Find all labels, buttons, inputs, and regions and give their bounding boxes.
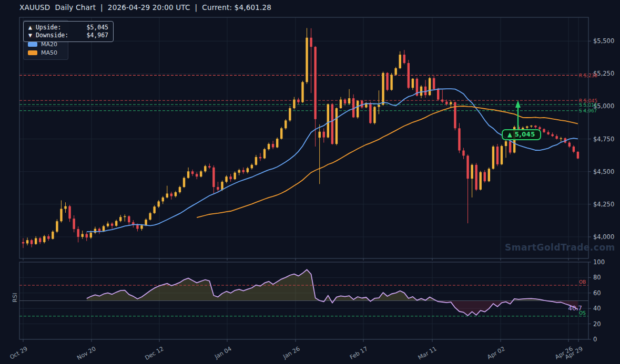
candle-bearish — [331, 105, 333, 144]
signal-tooltip: ▲ Upside:$5,045 ▼ Downside:$4,967 — [23, 21, 114, 42]
candle-bullish — [52, 232, 54, 239]
candle-bullish — [238, 170, 240, 173]
candle-bullish — [157, 201, 159, 206]
downside-label: ▼ Downside: — [28, 32, 68, 39]
candle-bearish — [111, 224, 113, 226]
rsi-tick-label: 60 — [593, 289, 601, 297]
candle-bullish — [327, 105, 329, 138]
candle-bullish — [82, 234, 84, 237]
candle-bearish — [128, 216, 130, 222]
upside-text: Upside: — [36, 24, 61, 31]
candle-bullish — [119, 217, 121, 221]
x-tick-label: Jan 04 — [213, 345, 232, 360]
candle-bearish — [547, 132, 549, 134]
candle-bullish — [200, 171, 202, 176]
candle-bullish — [319, 132, 321, 138]
candle-bullish — [94, 229, 96, 233]
candle-bearish — [297, 100, 299, 102]
candle-bullish — [501, 146, 503, 164]
candle-bullish — [233, 173, 236, 179]
candle-bullish — [35, 238, 37, 244]
candle-bullish — [276, 139, 278, 147]
candle-bullish — [43, 236, 45, 242]
x-tick-label: Dec 12 — [144, 345, 165, 361]
candle-bearish — [31, 240, 33, 244]
candle-bearish — [314, 47, 316, 119]
candle-bearish — [445, 102, 448, 105]
x-tick-label: Nov 20 — [76, 345, 97, 361]
candle-bullish — [60, 209, 62, 222]
candle-bearish — [577, 152, 579, 159]
chart-window: XAUUSD Daily Chart | 2026-04-29 20:00 UT… — [0, 0, 620, 364]
upside-label: ▲ Upside: — [28, 24, 61, 32]
downside-row: ▼ Downside:$4,967 — [28, 32, 108, 39]
x-tick-label: Feb 17 — [349, 345, 369, 361]
candle-bullish — [64, 206, 66, 209]
candle-bearish — [543, 129, 545, 132]
candle-bullish — [247, 168, 249, 172]
candle-bearish — [170, 193, 172, 196]
candle-bearish — [136, 225, 138, 228]
candle-bullish — [103, 226, 105, 231]
candle-bullish — [263, 149, 266, 158]
candle-bullish — [179, 187, 181, 192]
candle-bearish — [323, 132, 325, 138]
candle-bullish — [340, 100, 342, 108]
candle-bearish — [229, 176, 231, 179]
rsi-tick-label: 100 — [593, 258, 605, 266]
candle-bullish — [225, 176, 227, 182]
candle-bullish — [187, 171, 189, 178]
price-tick-label: $5,500 — [593, 37, 614, 45]
candle-bearish — [68, 206, 70, 219]
candle-bullish — [450, 102, 452, 105]
candle-bullish — [289, 108, 291, 120]
downside-value: $4,967 — [86, 32, 108, 39]
candle-bearish — [534, 126, 536, 127]
candle-bearish — [437, 89, 439, 100]
candle-bearish — [73, 219, 75, 229]
candle-bearish — [403, 55, 405, 63]
price-tick-label: $4,250 — [593, 201, 614, 208]
candle-bearish — [47, 236, 49, 239]
candle-bearish — [555, 136, 557, 139]
candle-bullish — [530, 126, 532, 126]
legend-label: MA50 — [41, 49, 57, 56]
rsi-fill-above — [87, 269, 578, 316]
candle-bearish — [568, 143, 571, 147]
upside-value: $5,045 — [86, 24, 108, 32]
candle-bullish — [488, 169, 490, 181]
candle-bullish — [429, 78, 431, 95]
downside-text: Downside: — [36, 32, 68, 39]
rsi-tick-label: 80 — [593, 274, 601, 281]
upside-row: ▲ Upside:$5,045 — [28, 24, 108, 32]
candle-bearish — [538, 127, 541, 129]
candle-bearish — [191, 171, 194, 174]
candle-bearish — [242, 170, 245, 172]
page-title: XAUUSD Daily Chart | 2026-04-29 20:00 UT… — [19, 3, 271, 12]
candle-bullish — [204, 166, 206, 171]
rsi-tick-label: 40 — [593, 305, 601, 312]
down-triangle-icon: ▼ — [28, 32, 32, 39]
candle-bearish — [272, 144, 274, 147]
ma50-line — [197, 106, 578, 217]
up-arrow-icon — [515, 100, 521, 108]
candle-bearish — [98, 229, 100, 231]
candle-bullish — [175, 192, 177, 196]
x-tick-label: Apr 02 — [486, 345, 506, 361]
legend-swatch — [28, 50, 37, 55]
price-chart-canvas[interactable]: Oct 29Nov 20Dec 12Jan 04Jan 26Feb 17Mar … — [0, 0, 620, 364]
price-tick-label: $4,500 — [593, 168, 614, 175]
candle-bearish — [310, 38, 312, 47]
candle-bullish — [255, 157, 257, 165]
candle-bullish — [280, 128, 282, 139]
candle-bullish — [336, 108, 338, 144]
price-tick-label: $4,000 — [593, 233, 614, 241]
candle-bullish — [284, 120, 287, 128]
candle-bullish — [301, 82, 303, 102]
candle-bearish — [369, 103, 371, 123]
legend-swatch — [28, 42, 37, 47]
rsi-current-value: 40.7 — [568, 305, 582, 312]
candle-bearish — [344, 100, 346, 103]
candle-bearish — [386, 73, 388, 90]
level-label: S 5,014 — [579, 102, 597, 108]
